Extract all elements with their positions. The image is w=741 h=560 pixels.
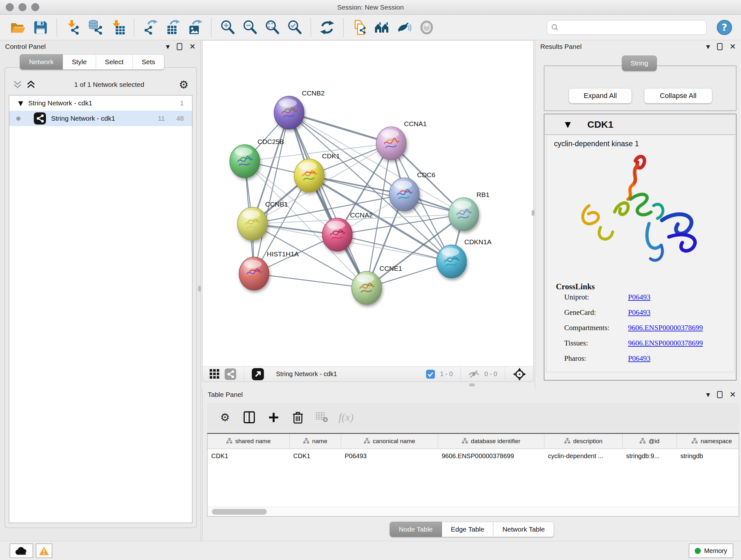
network-graph[interactable]: CCNB2CCNA1CDC25BCDK1CDC6RB1CCNB1CCNA2CDK… <box>203 41 533 367</box>
edge-CCNB2-CCNE1[interactable] <box>289 113 367 288</box>
control-panel-collapse-icon[interactable]: ▾ <box>166 43 170 51</box>
node-cdkn1a[interactable]: CDKN1A <box>436 238 491 278</box>
tab-network[interactable]: Network <box>20 54 63 70</box>
table-cell[interactable]: cyclin-dependent ... <box>544 449 622 463</box>
tab-style[interactable]: Style <box>63 54 96 70</box>
network-collection-row[interactable]: ▼ String Network - cdk1 1 <box>9 96 192 111</box>
column-header-namespace[interactable]: namespace <box>677 434 739 449</box>
table-scrollbar-thumb[interactable] <box>212 509 267 515</box>
horizontal-splitter[interactable] <box>202 382 534 388</box>
open-session-button[interactable] <box>9 18 27 37</box>
table-panel-close-icon[interactable]: ✕ <box>730 391 736 398</box>
column-header-shared-name[interactable]: shared name <box>207 434 289 449</box>
tab-sets[interactable]: Sets <box>133 54 164 70</box>
edge-CCNB2-CCNA1[interactable] <box>289 113 391 143</box>
edge-HIST1H1A-CCNE1[interactable] <box>254 273 367 288</box>
node-hist1h1a[interactable]: HIST1H1A <box>239 250 299 290</box>
results-panel-float-icon[interactable] <box>717 43 723 50</box>
export-table-button[interactable] <box>164 18 182 37</box>
column-header-database-identifier[interactable]: database identifier <box>438 434 544 449</box>
tab-edge-table[interactable]: Edge Table <box>442 522 494 537</box>
save-session-button[interactable] <box>31 18 50 37</box>
birds-eye-grid-icon[interactable] <box>210 369 219 379</box>
zoom-out-button[interactable] <box>241 18 259 37</box>
network-share-icon[interactable] <box>225 368 236 380</box>
hide-graphics-button[interactable] <box>395 18 413 37</box>
collapse-all-chevron-icon[interactable] <box>13 80 22 89</box>
tab-node-table[interactable]: Node Table <box>390 522 442 537</box>
refresh-button[interactable] <box>318 18 336 37</box>
table-cell[interactable]: stringdb <box>677 449 739 463</box>
table-cell[interactable]: stringdb:9... <box>622 449 677 463</box>
gray-orb-icon <box>419 20 434 35</box>
create-column-plus-icon[interactable] <box>265 409 282 426</box>
node-ccna1[interactable]: CCNA1 <box>376 120 427 160</box>
results-panel-collapse-icon[interactable]: ▾ <box>706 43 710 51</box>
table-panel-collapse-icon[interactable]: ▾ <box>706 391 710 398</box>
right-splitter-grip[interactable] <box>532 210 535 216</box>
cloud-button[interactable] <box>10 543 33 558</box>
import-network-button[interactable] <box>64 18 82 37</box>
column-header-name[interactable]: name <box>289 434 341 449</box>
table-row[interactable]: CDK1CDK1P064939606.ENSP00000378699cyclin… <box>207 449 739 463</box>
zoom-fit-button[interactable] <box>263 18 281 37</box>
crosslink-link[interactable]: 9606.ENSP00000378699 <box>628 324 703 332</box>
double-house-button[interactable] <box>373 18 391 37</box>
tab-select[interactable]: Select <box>96 54 133 70</box>
horizontal-splitter-grip[interactable] <box>469 383 475 386</box>
fit-target-icon[interactable] <box>513 368 526 381</box>
results-panel-close-icon[interactable]: ✕ <box>730 43 736 51</box>
node-ccnb2[interactable]: CCNB2 <box>274 89 325 129</box>
table-cell[interactable]: CDK1 <box>289 449 341 463</box>
delete-column-trash-icon[interactable] <box>289 409 306 426</box>
zoom-selected-button[interactable] <box>286 18 304 37</box>
collection-caret-icon[interactable]: ▼ <box>18 99 23 107</box>
show-columns-icon[interactable] <box>241 409 258 426</box>
memory-button[interactable]: Memory <box>689 543 733 558</box>
table-cell[interactable]: CDK1 <box>207 449 289 463</box>
search-field[interactable] <box>547 20 706 35</box>
share-documents-button[interactable] <box>351 18 368 37</box>
column-header-canonical-name[interactable]: canonical name <box>341 434 438 449</box>
crosslink-link[interactable]: 9606.ENSP00000378699 <box>628 339 703 348</box>
help-button[interactable]: ? <box>716 19 733 36</box>
crosslink-link[interactable]: P06493 <box>628 293 650 301</box>
collapse-all-button[interactable]: Collapse All <box>644 88 712 104</box>
control-panel-close-icon[interactable]: ✕ <box>189 43 196 51</box>
node-ccnb1[interactable]: CCNB1 <box>238 200 288 240</box>
export-view-icon[interactable] <box>252 368 264 380</box>
tab-string[interactable]: String <box>622 56 657 71</box>
selected-checkbox-icon[interactable] <box>426 370 435 379</box>
left-splitter-grip[interactable] <box>198 286 201 292</box>
expand-all-button[interactable]: Expand All <box>569 88 632 104</box>
network-row[interactable]: String Network - cdk1 11 48 <box>9 111 192 126</box>
protein-collapse-caret-icon[interactable]: ▼ <box>565 120 570 129</box>
node-rb1[interactable]: RB1 <box>449 191 489 231</box>
zoom-in-button[interactable] <box>219 18 237 37</box>
export-network-button[interactable] <box>141 18 159 37</box>
table-panel-float-icon[interactable] <box>717 391 723 398</box>
crosslink-link[interactable]: P06493 <box>628 308 650 317</box>
control-panel-float-icon[interactable] <box>177 43 182 50</box>
warning-button[interactable] <box>36 543 52 558</box>
hidden-eye-slash-icon[interactable] <box>468 370 479 378</box>
export-image-button[interactable] <box>186 18 204 37</box>
import-table-button[interactable] <box>109 18 127 37</box>
node-cdk1[interactable]: CDK1 <box>294 152 340 192</box>
import-database-button[interactable] <box>86 18 105 37</box>
tab-network-table[interactable]: Network Table <box>493 522 554 537</box>
table-cell[interactable]: P06493 <box>341 449 438 463</box>
gray-orb-button[interactable] <box>418 18 435 37</box>
edge-CCNA2-CDKN1A[interactable] <box>337 235 452 261</box>
table-cell[interactable]: 9606.ENSP00000378699 <box>438 449 544 463</box>
column-header--id[interactable]: @id <box>622 434 677 449</box>
table-options-gear-icon[interactable]: ⚙ <box>217 409 233 426</box>
expand-all-chevron-icon[interactable] <box>26 80 36 89</box>
protein-header[interactable]: ▼ CDK1 <box>544 114 736 135</box>
table-scrollbar[interactable] <box>207 507 739 516</box>
crosslink-link[interactable]: P06493 <box>628 354 650 363</box>
edge-CCNB2-HIST1H1A[interactable] <box>254 113 289 273</box>
column-header-description[interactable]: description <box>544 434 622 449</box>
network-options-gear-icon[interactable]: ⚙ <box>179 79 189 90</box>
search-input[interactable] <box>561 21 702 34</box>
